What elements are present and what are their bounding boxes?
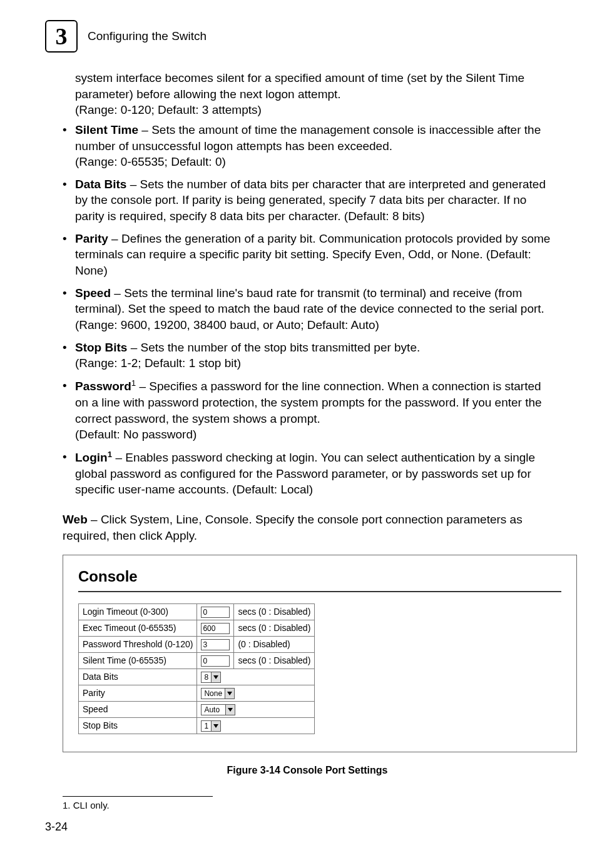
bullet-silent-time: Silent Time – Sets the amount of time th… [63,122,552,170]
chevron-down-icon [211,672,220,682]
stop-bits-value: 1 [202,721,211,731]
exec-timeout-input[interactable] [201,623,230,634]
label-speed: Speed [75,286,111,300]
bullet-password: Password1 – Specifies a password for the… [63,378,552,443]
table-row: Exec Timeout (0-65535) secs (0 : Disable… [79,620,315,636]
svg-marker-1 [227,692,232,695]
figure-divider [78,591,561,592]
cell-value-login-timeout [197,603,234,620]
figure-title: Console [78,567,561,587]
data-bits-value: 8 [202,672,211,682]
table-row: Parity None [79,685,315,701]
web-paragraph: Web – Click System, Line, Console. Speci… [63,512,552,543]
bullet-data-bits: Data Bits – Sets the number of data bits… [63,176,552,225]
table-row: Stop Bits 1 [79,717,315,734]
table-row: Speed Auto [79,701,315,717]
cell-value-pwd-threshold [197,636,234,652]
svg-marker-0 [213,675,218,679]
parameter-list: Silent Time – Sets the amount of time th… [63,122,552,498]
cell-value-data-bits: 8 [197,669,315,685]
intro-range: (Range: 0-120; Default: 3 attempts) [75,103,262,116]
page-header: 3 Configuring the Switch [45,20,552,53]
cell-hint-login-timeout: secs (0 : Disabled) [234,603,315,620]
bullet-parity: Parity – Defines the generation of a par… [63,231,552,279]
footnote: 1. CLI only. [63,799,552,812]
default-password: (Default: No password) [75,428,196,441]
cell-label-exec-timeout: Exec Timeout (0-65535) [79,620,197,636]
parity-value: None [202,689,225,699]
cell-label-pwd-threshold: Password Threshold (0-120) [79,636,197,652]
range-silent-time: (Range: 0-65535; Default: 0) [75,155,226,168]
chevron-down-icon [225,689,234,699]
table-row: Silent Time (0-65535) secs (0 : Disabled… [79,652,315,669]
cell-label-speed: Speed [79,701,197,717]
speed-value: Auto [202,705,225,715]
speed-select[interactable]: Auto [201,704,235,715]
figure-box: Console Login Timeout (0-300) secs (0 : … [63,555,577,752]
bullet-login: Login1 – Enables password checking at lo… [63,449,552,498]
range-stop-bits: (Range: 1-2; Default: 1 stop bit) [75,356,241,370]
cell-value-speed: Auto [197,701,315,717]
parity-select[interactable]: None [201,688,235,699]
cell-hint-silent-time: secs (0 : Disabled) [234,652,315,669]
text-silent-time: – Sets the amount of time the management… [75,123,541,153]
label-data-bits: Data Bits [75,178,126,191]
silent-time-input[interactable] [201,655,230,667]
login-timeout-input[interactable] [201,607,230,618]
intro-continuation: system interface becomes silent for a sp… [75,70,552,118]
table-row: Data Bits 8 [79,669,315,685]
chapter-number-badge: 3 [45,20,78,53]
text-stop-bits: – Sets the number of the stop bits trans… [127,341,420,354]
label-login: Login [75,451,108,464]
text-data-bits: – Sets the number of data bits per chara… [75,178,546,223]
table-row: Login Timeout (0-300) secs (0 : Disabled… [79,603,315,620]
text-speed: – Sets the terminal line's baud rate for… [75,286,544,331]
label-password: Password [75,380,131,393]
cell-label-data-bits: Data Bits [79,669,197,685]
table-row: Password Threshold (0-120) (0 : Disabled… [79,636,315,652]
bullet-speed: Speed – Sets the terminal line's baud ra… [63,285,552,333]
password-threshold-input[interactable] [201,639,230,650]
cell-label-silent-time: Silent Time (0-65535) [79,652,197,669]
footnote-rule [63,796,213,797]
text-parity: – Defines the generation of a parity bit… [75,232,550,277]
figure-caption: Figure 3-14 Console Port Settings [63,764,552,777]
cell-hint-exec-timeout: secs (0 : Disabled) [234,620,315,636]
page-number: 3-24 [45,820,552,834]
text-password: – Specifies a password for the line conn… [75,380,542,425]
console-settings-table: Login Timeout (0-300) secs (0 : Disabled… [78,603,315,734]
intro-text: system interface becomes silent for a sp… [75,71,524,101]
cell-value-silent-time [197,652,234,669]
cell-value-exec-timeout [197,620,234,636]
cell-hint-pwd-threshold: (0 : Disabled) [234,636,315,652]
label-silent-time: Silent Time [75,123,138,136]
svg-marker-3 [213,724,218,728]
svg-marker-2 [228,708,233,712]
label-parity: Parity [75,232,108,245]
sup-login: 1 [108,450,112,459]
cell-value-parity: None [197,685,315,701]
cell-value-stop-bits: 1 [197,717,315,734]
web-label: Web [63,513,88,526]
chevron-down-icon [211,721,220,731]
chevron-down-icon [225,705,235,715]
cell-label-parity: Parity [79,685,197,701]
text-login: – Enables password checking at login. Yo… [75,451,535,496]
data-bits-select[interactable]: 8 [201,672,221,683]
label-stop-bits: Stop Bits [75,341,127,354]
stop-bits-select[interactable]: 1 [201,720,221,732]
cell-label-stop-bits: Stop Bits [79,717,197,734]
page-title: Configuring the Switch [88,29,207,43]
cell-label-login-timeout: Login Timeout (0-300) [79,603,197,620]
web-text: – Click System, Line, Console. Specify t… [63,513,523,542]
bullet-stop-bits: Stop Bits – Sets the number of the stop … [63,340,552,371]
